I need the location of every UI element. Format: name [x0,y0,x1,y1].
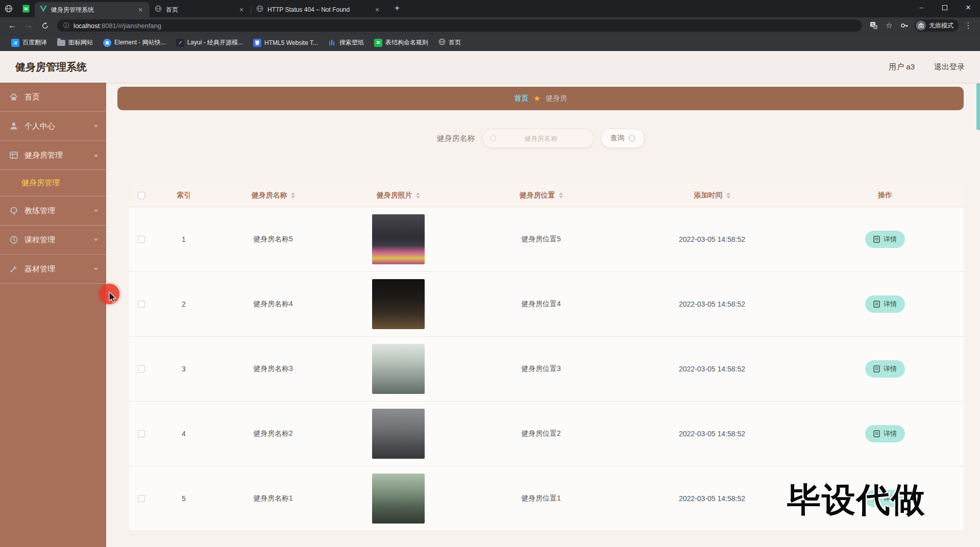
chevron-down-icon [94,268,98,270]
document-icon [873,236,880,243]
browser-toolbar: localhost:8081/#/jianshenfang 文A 无痕模式 [0,17,980,34]
sidebar-item-course-management[interactable]: 课程管理 [0,226,106,255]
column-header-photo[interactable]: 健身房照片 [332,191,464,200]
bookmark-wallpaper-search[interactable]: 搜索壁纸 [324,37,368,48]
sidebar-item-coach-management[interactable]: 教练管理 [0,196,106,226]
bookmark-icon-site[interactable]: 图标网站 [53,37,97,48]
gym-photo[interactable] [372,409,425,459]
tab-title: 首页 [166,6,233,14]
browser-tab-bar: 健身房管理系统 × 首页 × HTTP Status 404 – Not Fou… [0,0,980,17]
sidebar-item-gym-management[interactable]: 健身房管理 [0,141,106,170]
mouse-cursor-highlight [99,284,119,304]
column-header-name[interactable]: 健身房名称 [214,191,332,200]
detail-button[interactable]: 详情 [865,295,905,313]
back-button[interactable] [6,19,19,32]
forward-button[interactable] [22,19,35,32]
new-tab-button[interactable] [390,2,404,15]
tab-close-icon[interactable]: × [237,6,246,14]
bookmark-table-naming[interactable]: 表结构命名规则 [370,37,432,48]
gym-name: 健身房名称2 [214,429,332,438]
sidebar-item-equipment-management[interactable]: 器材管理 [0,255,106,284]
layui-favicon [176,39,184,47]
bookmark-layui[interactable]: Layui - 经典开源模... [172,37,247,48]
tab-close-icon[interactable]: × [136,6,144,14]
search-label: 健身房名称 [437,134,475,143]
browser-tab-home[interactable]: 首页 × [150,2,251,17]
search-section: 健身房名称 查询 [117,129,964,148]
globe-icon [5,5,13,15]
reload-button[interactable] [38,19,52,32]
bookmark-star-icon[interactable] [883,19,896,32]
pinned-tab-sheets[interactable] [17,2,35,17]
spreadsheet-icon [22,5,30,15]
translate-favicon: 译 [11,39,19,47]
cursor-arrow-icon [108,292,117,303]
sort-icon[interactable] [291,192,295,198]
address-bar[interactable]: localhost:8081/#/jianshenfang [57,19,862,32]
sort-icon[interactable] [559,192,563,198]
row-checkbox[interactable] [138,430,145,437]
password-key-icon[interactable] [898,19,911,32]
gym-name: 健身房名称1 [214,494,332,503]
browser-tab-404[interactable]: HTTP Status 404 – Not Found × [251,2,386,17]
gym-location: 健身房位置4 [464,300,618,309]
sidebar-item-home[interactable]: 首页 [0,83,106,112]
close-button[interactable] [957,0,980,15]
column-header-time[interactable]: 添加时间 [618,191,806,200]
row-checkbox[interactable] [138,495,145,502]
page-info-icon[interactable] [63,21,69,30]
bookmark-element[interactable]: Element - 网站快... [99,37,170,48]
app-header: 健身房管理系统 用户 a3 退出登录 [0,51,980,83]
breadcrumb-current: 健身房 [546,94,567,103]
row-checkbox[interactable] [138,365,145,372]
globe-icon [256,5,263,14]
detail-button[interactable]: 详情 [865,231,905,248]
bookmark-home[interactable]: 首页 [434,37,465,49]
gym-photo[interactable] [372,474,425,524]
incognito-badge[interactable]: 无痕模式 [914,19,959,32]
gym-photo[interactable] [372,214,425,264]
row-index: 3 [153,365,214,373]
detail-button[interactable]: 详情 [865,360,905,378]
query-button[interactable]: 查询 [601,129,645,148]
scrollbar-thumb[interactable] [976,83,980,130]
app-title: 健身房管理系统 [15,60,87,74]
maximize-button[interactable] [933,0,957,15]
tab-title: 健身房管理系统 [51,6,132,14]
created-time: 2022-03-05 14:58:52 [618,430,806,438]
browser-menu-icon[interactable] [962,19,975,32]
sort-icon[interactable] [416,192,420,198]
column-header-index[interactable]: 索引 [153,191,214,200]
breadcrumb: 首页 健身房 [117,87,964,110]
detail-button[interactable]: 详情 [865,425,905,442]
sidebar-item-profile[interactable]: 个人中心 [0,112,106,141]
gym-photo[interactable] [372,279,425,329]
pinned-tab-globe[interactable] [0,2,17,17]
logout-button[interactable]: 退出登录 [934,62,965,72]
course-icon [9,235,18,244]
column-header-location[interactable]: 健身房位置 [464,191,618,200]
table-header-row: 索引 健身房名称 健身房照片 健身房位置 添加时间 操作 [129,184,964,207]
chevron-down-icon [94,210,98,212]
gym-name-search-input[interactable] [496,135,586,142]
browser-tab-active[interactable]: 健身房管理系统 × [35,2,150,17]
row-checkbox[interactable] [138,301,145,308]
breadcrumb-home-link[interactable]: 首页 [514,94,528,103]
gym-photo[interactable] [372,344,425,394]
row-checkbox[interactable] [138,236,145,243]
bookmark-html5[interactable]: HTML5 Website T... [249,37,322,48]
select-all-checkbox[interactable] [138,192,145,199]
current-user-label: 用户 a3 [889,62,915,72]
folder-icon [57,40,65,46]
equipment-icon [9,264,18,274]
created-time: 2022-03-05 14:58:52 [618,235,806,243]
tab-close-icon[interactable]: × [373,6,381,14]
created-time: 2022-03-05 14:58:52 [618,300,806,308]
gym-name: 健身房名称4 [214,300,332,309]
minimize-button[interactable] [910,0,933,15]
translate-icon[interactable]: 文A [867,19,880,32]
bookmark-baidu-translate[interactable]: 译 百度翻译 [7,37,51,48]
sort-icon[interactable] [726,192,730,198]
chevron-down-icon [94,239,98,241]
sidebar-subitem-gym-management-active[interactable]: 健身房管理 [0,170,106,196]
